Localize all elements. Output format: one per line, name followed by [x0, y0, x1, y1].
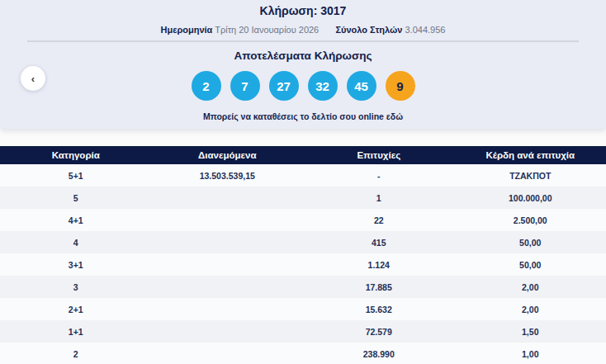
cell-distributed: [152, 231, 304, 253]
table-row: 5+113.503.539,15-ΤΖΑΚΠΟΤ: [0, 164, 606, 187]
winning-numbers: 272732459: [0, 71, 606, 101]
number-ball: 27: [269, 71, 299, 101]
table-row: 51100.000,00: [0, 187, 606, 209]
column-header: Κέρδη ανά επιτυχία: [455, 146, 606, 164]
cell-distributed: [152, 187, 304, 209]
columns-value: 3.044.956: [405, 25, 445, 35]
cell-winners: -: [303, 164, 455, 187]
cell-winners: 1: [303, 187, 455, 209]
number-ball: 2: [192, 71, 221, 101]
cell-category: 5: [0, 187, 152, 209]
results-heading: Αποτελέσματα Κλήρωσης: [0, 50, 606, 62]
cell-category: 2+1: [0, 298, 152, 320]
number-ball: 7: [230, 71, 260, 101]
prize-table: ΚατηγορίαΔιανεμόμεναΕπιτυχίεςΚέρδη ανά ε…: [0, 146, 606, 364]
chevron-left-icon: ‹: [31, 73, 35, 85]
column-header: Επιτυχίες: [303, 146, 455, 164]
cell-distributed: [152, 209, 304, 231]
cell-winners: 22: [303, 209, 455, 231]
cell-distributed: [152, 298, 304, 320]
cell-distributed: [152, 320, 304, 343]
draw-title: Κλήρωση: 3017: [0, 0, 606, 17]
column-header: Διανεμόμενα: [152, 146, 304, 164]
cell-prize: 50,00: [455, 231, 606, 253]
cell-winners: 1.124: [303, 253, 455, 276]
table-row: 1+172.5791,50: [0, 320, 606, 343]
cell-prize: 2,00: [455, 298, 606, 320]
table-row: 4+1222.500,00: [0, 209, 606, 231]
cell-distributed: [152, 253, 304, 276]
cell-distributed: 13.503.539,15: [152, 164, 304, 187]
table-row: 2+115.6322,00: [0, 298, 606, 320]
cell-winners: 17.885: [303, 276, 455, 298]
table-row: 441550,00: [0, 231, 606, 253]
cell-category: 4+1: [0, 209, 152, 231]
cell-prize: 2.500,00: [455, 209, 606, 231]
cell-category: 4: [0, 231, 152, 253]
cell-prize: 50,00: [455, 253, 606, 276]
cell-prize: 1,00: [455, 343, 606, 364]
cell-category: 3: [0, 276, 152, 298]
column-header: Κατηγορία: [0, 146, 152, 164]
date-label: Ημερομηνία: [161, 25, 213, 35]
prize-table-header: ΚατηγορίαΔιανεμόμεναΕπιτυχίεςΚέρδη ανά ε…: [0, 146, 606, 164]
cell-prize: 2,00: [455, 276, 606, 298]
draw-meta: Ημερομηνία Τρίτη 20 Ιανουαρίου 2026 Σύνο…: [0, 25, 606, 35]
table-row: 317.8852,00: [0, 276, 606, 298]
table-row: 3+11.12450,00: [0, 253, 606, 276]
cell-winners: 415: [303, 231, 455, 253]
date-value: Τρίτη 20 Ιανουαρίου 2026: [215, 25, 319, 35]
table-row: 2238.9901,00: [0, 343, 606, 364]
cell-distributed: [152, 343, 304, 364]
number-ball: 32: [308, 71, 338, 101]
cell-winners: 72.579: [303, 320, 455, 343]
draw-panel: Κλήρωση: 3017 Ημερομηνία Τρίτη 20 Ιανουα…: [0, 0, 606, 129]
columns-label: Σύνολο Στηλών: [335, 25, 402, 35]
cell-winners: 238.990: [303, 343, 455, 364]
header-divider: [27, 40, 579, 42]
previous-draw-button[interactable]: ‹: [21, 66, 45, 91]
cell-distributed: [152, 276, 304, 298]
cell-category: 2: [0, 343, 152, 364]
cell-category: 3+1: [0, 253, 152, 276]
bonus-number-ball: 9: [386, 71, 415, 101]
number-ball: 45: [347, 71, 376, 101]
cell-prize: ΤΖΑΚΠΟΤ: [455, 164, 606, 187]
cell-winners: 15.632: [303, 298, 455, 320]
cell-prize: 100.000,00: [455, 187, 606, 209]
cell-category: 5+1: [0, 164, 152, 187]
cell-prize: 1,50: [455, 320, 606, 343]
submit-slip-online-link[interactable]: Μπορείς να καταθέσεις το δελτίο σου onli…: [0, 111, 606, 121]
cell-category: 1+1: [0, 320, 152, 343]
